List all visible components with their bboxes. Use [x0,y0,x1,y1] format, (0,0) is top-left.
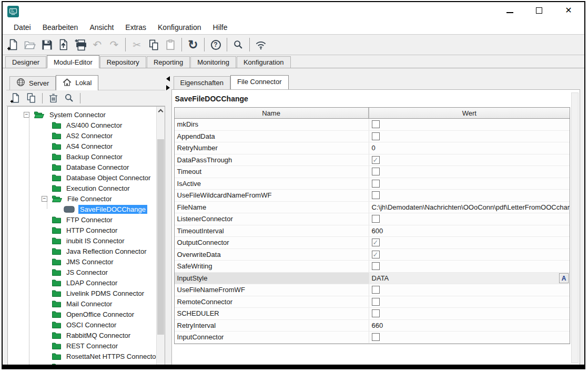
tree-item-database-connector[interactable]: Database Connector [8,162,156,172]
checkbox-unchecked-icon[interactable] [372,132,380,140]
maximize-icon[interactable] [535,6,543,15]
properties-scrollbar[interactable] [571,92,579,363]
open-folder-icon[interactable] [22,37,38,53]
import-document-icon[interactable] [56,37,72,53]
tree-item-ftp-connector[interactable]: FTP Connector [8,214,156,225]
property-row-retryinterval[interactable]: RetryInterval660 [175,320,570,332]
property-row-datapassthrough[interactable]: DataPassThrough✓ [175,154,570,167]
tree-item-system-connector[interactable]: −System Connector [8,109,156,120]
menu-ansicht[interactable]: Ansicht [84,22,119,33]
tree-item-osci-connector[interactable]: OSCI Connector [8,319,156,330]
tab-konfiguration[interactable]: Konfiguration [237,56,291,68]
menu-hilfe[interactable]: Hilfe [207,22,234,33]
duplicate-icon[interactable] [24,91,38,105]
tree-item-livelink-pdms-connector[interactable]: Livelink PDMS Connector [8,288,156,298]
tree-item-mail-connector[interactable]: Mail Connector [8,298,156,309]
copy-icon[interactable] [146,37,161,53]
redo-icon[interactable]: ↷ [106,37,122,53]
property-value-text[interactable]: C:\jh\Demodaten\Nachrichten\OOoConn\pdf\… [372,203,570,211]
tree-item-as2-connector[interactable]: AS2 Connector [8,130,156,141]
property-value-text[interactable]: 660 [372,322,383,329]
font-style-button[interactable]: A [559,273,569,283]
property-row-outputconnector[interactable]: OutputConnector✓ [175,237,570,249]
tree-item-database-object-connector[interactable]: Database Object Connector [8,172,156,183]
property-row-timeoutinterval[interactable]: TimeoutInterval600 [175,225,570,237]
minimize-icon[interactable] [505,6,514,15]
checkbox-checked-icon[interactable]: ✓ [372,156,380,164]
menu-bearbeiten[interactable]: Bearbeiten [37,22,84,33]
checkbox-unchecked-icon[interactable] [372,120,380,128]
property-row-filename[interactable]: FileNameC:\jh\Demodaten\Nachrichten\OOoC… [175,202,570,214]
tree-item-js-connector[interactable]: JS Connector [8,267,156,277]
tree-item-as4-connector[interactable]: AS4 Connector [8,141,156,151]
tree-item-rabbitmq-connector[interactable]: RabbitMQ Connector [8,330,156,340]
checkbox-unchecked-icon[interactable] [372,333,380,341]
property-row-listenerconnector[interactable]: ListenerConnector [175,213,570,225]
tab-file-connector[interactable]: File Connector [230,75,289,90]
panel-splitter[interactable] [165,68,171,366]
property-row-inputconnector[interactable]: InputConnector [175,331,570,344]
menu-extras[interactable]: Extras [119,22,152,33]
tree-item-savefiledocchange[interactable]: SaveFileDOCChange [8,204,156,214]
property-row-remoteconnector[interactable]: RemoteConnector [175,296,570,308]
new-module-icon[interactable] [8,91,23,105]
checkbox-unchecked-icon[interactable] [372,180,380,188]
tree-scrollbar[interactable] [156,107,165,366]
property-row-usefilewildcardnamefromwf[interactable]: UseFileWildcardNameFromWF [175,190,570,202]
minus-expander-icon[interactable]: − [42,196,47,202]
tab-designer[interactable]: Designer [5,56,46,68]
paste-icon[interactable] [163,37,178,53]
menu-datei[interactable]: Datei [8,22,37,33]
checkbox-unchecked-icon[interactable] [372,215,380,223]
save-icon[interactable] [39,37,55,53]
tab-eigenschaften[interactable]: Eigenschaften [174,76,230,89]
tree-item-execution-connector[interactable]: Execution Connector [8,183,156,193]
tree-item-backup-connector[interactable]: Backup Connector [8,151,156,162]
expander-collapse[interactable]: − [42,196,52,202]
tree-item-file-connector[interactable]: −File Connector [8,193,156,204]
new-document-icon[interactable] [5,37,21,53]
search-icon[interactable] [230,37,246,53]
property-row-inputstyle[interactable]: InputStyleDATAA [175,273,570,285]
checkbox-unchecked-icon[interactable] [372,191,380,199]
property-row-usefilenamefromwf[interactable]: UseFileNameFromWF [175,284,570,296]
checkbox-unchecked-icon[interactable] [372,262,380,270]
tab-reporting[interactable]: Reporting [147,56,190,68]
checkbox-unchecked-icon[interactable] [372,286,380,294]
checkbox-checked-icon[interactable]: ✓ [372,251,380,258]
property-row-overwritedata[interactable]: OverwriteData✓ [175,249,570,261]
checkbox-checked-icon[interactable]: ✓ [372,239,380,246]
tree-item-java-reflection-connector[interactable]: Java Reflection Connector [8,246,156,256]
tree-item-rest-connector[interactable]: REST Connector [8,340,156,351]
collapse-left-icon[interactable] [166,76,170,81]
tab-modul-editor[interactable]: Modul-Editor [47,55,99,68]
column-header-name[interactable]: Name [175,108,369,118]
tree-item-ldap-connector[interactable]: LDAP Connector [8,277,156,288]
help-icon[interactable]: ? [208,37,224,53]
cut-icon[interactable]: ✂ [129,37,145,53]
search-tree-icon[interactable] [62,91,76,105]
property-row-appenddata[interactable]: AppendData [175,131,570,143]
property-value-text[interactable]: 0 [372,144,376,152]
refresh-icon[interactable]: ↻ [185,37,201,53]
delete-trash-icon[interactable] [46,91,60,105]
scroll-up-icon[interactable] [157,107,165,116]
property-row-scheduler[interactable]: SCHEDULER [175,308,570,320]
tree-item-jms-connector[interactable]: JMS Connector [8,256,156,267]
tab-repository[interactable]: Repository [100,56,146,68]
tree-item-rosettanet-https-connector[interactable]: RosettaNet HTTPS Connector [8,351,156,361]
tab-server[interactable]: Server [9,76,56,90]
checkbox-unchecked-icon[interactable] [372,298,380,306]
checkbox-unchecked-icon[interactable] [372,309,380,317]
tree-item-inubit-is-connector[interactable]: inubit IS Connector [8,235,156,246]
tree-item-openoffice-connector[interactable]: OpenOffice Connector [8,309,156,319]
collapse-right-icon[interactable] [166,85,170,90]
tab-lokal[interactable]: Lokal [56,75,98,90]
property-value-text[interactable]: DATA [372,274,389,282]
property-row-retrynumber[interactable]: RetryNumber0 [175,142,570,154]
wifi-icon[interactable] [253,37,269,53]
property-value-text[interactable]: 600 [372,227,383,235]
property-row-mkdirs[interactable]: mkDirs [175,119,570,131]
tree-item-sap-connector[interactable]: SAP Connector [8,361,156,366]
column-header-wert[interactable]: Wert [369,108,570,118]
